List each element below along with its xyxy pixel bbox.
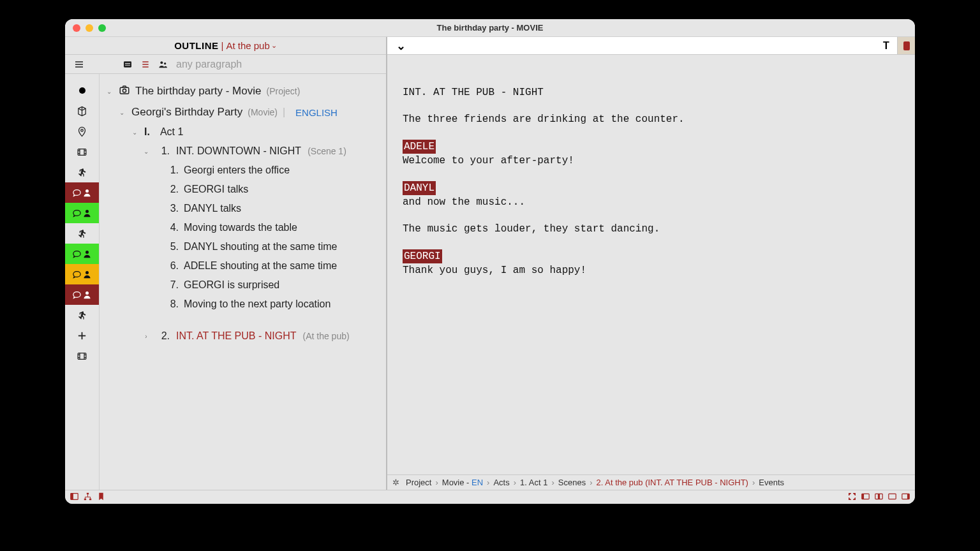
slug-line: INT. AT THE PUB - NIGHT [403, 85, 900, 99]
people-icon[interactable] [158, 59, 168, 70]
traffic-lights [73, 24, 106, 32]
beat-row[interactable]: 4.Moving towards the table [163, 218, 380, 237]
text-tool-button[interactable]: T [875, 37, 897, 54]
gutter-bubble-icon[interactable] [65, 244, 99, 264]
act-roman: I. [144, 126, 150, 138]
script-editor[interactable]: INT. AT THE PUB - NIGHTThe three friends… [387, 55, 915, 474]
svg-rect-50 [907, 494, 909, 499]
fullscreen-icon[interactable] [848, 492, 856, 503]
beat-row[interactable]: 7.GEORGI is surprised [163, 276, 380, 295]
gear-icon[interactable]: ✲ [392, 478, 399, 487]
close-window-button[interactable] [73, 24, 80, 32]
beat-row[interactable]: 3.DANYL talks [163, 199, 380, 218]
layout-2-icon[interactable] [875, 492, 883, 503]
svg-point-24 [85, 250, 89, 253]
gutter-bubble-icon[interactable] [65, 264, 99, 284]
dialogue-block: DANYLand now the music... [403, 181, 900, 210]
project-row[interactable]: The birthday party - Movie (Project) [102, 80, 380, 102]
dialogue-block: ADELEWelcome to your after-party! [403, 140, 900, 168]
gutter-pin-icon[interactable] [65, 121, 99, 142]
svg-point-11 [164, 62, 166, 64]
act-row[interactable]: I. Act 1 [128, 122, 380, 142]
beat-number: 8. [166, 298, 179, 310]
panel-left-icon[interactable] [70, 492, 78, 503]
layout-3-icon[interactable] [888, 492, 896, 503]
breadcrumb-act[interactable]: 1. Act 1 [520, 478, 547, 487]
layout-1-icon[interactable] [861, 492, 870, 503]
movie-language[interactable]: ENGLISH [295, 107, 338, 118]
beat-row[interactable]: 2.GEORGI talks [163, 180, 380, 199]
svg-point-12 [81, 129, 84, 131]
footer-left [70, 492, 105, 503]
svg-point-21 [85, 189, 89, 192]
svg-point-38 [122, 89, 126, 92]
beat-row[interactable]: 6.ADELE shouting at the same time [163, 256, 380, 276]
list-view-icon[interactable] [140, 59, 151, 70]
gutter-runner-icon[interactable] [65, 162, 99, 182]
event-gutter [65, 74, 100, 490]
layout-4-icon[interactable] [902, 492, 910, 503]
breadcrumb-scenes[interactable]: Scenes [558, 478, 586, 487]
scene-meta: (Scene 1) [308, 146, 346, 156]
scene-row[interactable]: 1.INT. DOWNTOWN - NIGHT(Scene 1) [139, 142, 380, 161]
breadcrumb-scene[interactable]: 2. At the pub (INT. AT THE PUB - NIGHT) [597, 478, 748, 487]
scene-slug: INT. DOWNTOWN - NIGHT [176, 145, 301, 157]
project-title: The birthday party - Movie [135, 85, 261, 98]
gutter-runner-icon[interactable] [65, 305, 99, 325]
search-input[interactable] [176, 59, 380, 70]
beat-row[interactable]: 1.Georgi enters the office [163, 161, 380, 180]
beat-text: DANYL talks [184, 203, 241, 214]
breadcrumb-acts[interactable]: Acts [493, 478, 509, 487]
disclosure-triangle-icon[interactable] [130, 129, 139, 136]
footer-right [848, 492, 910, 503]
svg-point-26 [85, 291, 89, 294]
gutter-bubble-icon[interactable] [65, 182, 99, 203]
beat-row[interactable]: 5.DANYL shouting at the same time [163, 237, 380, 256]
project-meta: (Project) [266, 86, 300, 96]
svg-point-25 [85, 270, 89, 274]
act-title: Act 1 [160, 126, 183, 138]
beat-text: ADELE shouting at the same time [184, 260, 337, 272]
character-name: GEORGI [403, 249, 442, 263]
disclosure-triangle-icon[interactable] [142, 148, 151, 155]
gutter-film-icon[interactable] [65, 142, 99, 162]
tree-icon[interactable] [84, 492, 92, 503]
beat-row[interactable]: 8.Moving to the next party location [163, 295, 380, 314]
gutter-film-icon[interactable] [65, 346, 99, 366]
svg-point-22 [85, 209, 89, 212]
beat-number: 2. [166, 184, 179, 195]
gutter-runner-icon[interactable] [65, 223, 99, 244]
chevron-down-icon[interactable]: ⌄ [396, 39, 406, 53]
menu-icon[interactable] [74, 59, 84, 70]
script-panel: ⌄ T INT. AT THE PUB - NIGHTThe three fri… [387, 37, 915, 490]
minimize-window-button[interactable] [85, 24, 93, 32]
window-title: The birthday party - MOVIE [65, 23, 915, 33]
gutter-bubble-icon[interactable] [65, 284, 99, 305]
disclosure-triangle-icon[interactable] [142, 333, 151, 340]
card-view-icon[interactable] [122, 59, 133, 70]
outline-header[interactable]: OUTLINE | At the pub ⌄ [65, 37, 386, 55]
disclosure-triangle-icon[interactable] [117, 109, 126, 116]
script-toolbar: ⌄ T [387, 37, 915, 55]
titlebar: The birthday party - MOVIE [65, 19, 915, 37]
sidebar-toggle-button[interactable] [897, 37, 915, 54]
breadcrumb-project[interactable]: Project [406, 478, 431, 487]
breadcrumb-events[interactable]: Events [759, 478, 784, 487]
gutter-cube-icon[interactable] [65, 101, 99, 121]
beat-number: 5. [166, 241, 179, 253]
character-name: DANYL [403, 181, 436, 195]
breadcrumb-movie[interactable]: Movie - EN [442, 478, 483, 487]
chevron-down-icon[interactable]: ⌄ [271, 41, 277, 50]
movie-row[interactable]: Georgi's Birthday Party (Movie) | ENGLIS… [115, 102, 380, 122]
scene-row[interactable]: 2.INT. AT THE PUB - NIGHT(At the pub) [139, 327, 380, 346]
movie-title: Georgi's Birthday Party [131, 106, 242, 119]
action-line: The three friends are drinking at the co… [403, 112, 900, 126]
gutter-bubble-icon[interactable] [65, 203, 99, 223]
bookmark-icon[interactable] [97, 492, 105, 503]
beat-text: Moving towards the table [184, 222, 297, 233]
gutter-plus-icon[interactable] [65, 325, 99, 346]
gutter-dot-icon[interactable] [65, 80, 99, 101]
disclosure-triangle-icon[interactable] [105, 88, 114, 95]
maximize-window-button[interactable] [98, 24, 106, 32]
svg-rect-5 [125, 63, 130, 64]
